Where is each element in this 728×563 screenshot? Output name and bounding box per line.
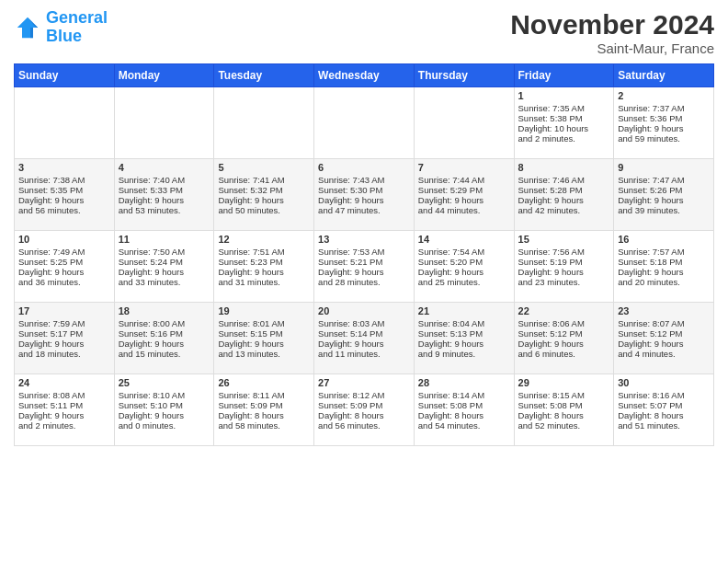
day-info-line: Daylight: 9 hours: [18, 339, 110, 349]
day-info-line: and 25 minutes.: [418, 277, 510, 287]
day-cell-3-2: 19Sunrise: 8:01 AMSunset: 5:15 PMDayligh…: [214, 303, 314, 374]
day-cell-4-5: 29Sunrise: 8:15 AMSunset: 5:08 PMDayligh…: [514, 374, 614, 446]
day-number: 23: [618, 305, 710, 316]
day-cell-1-0: 3Sunrise: 7:38 AMSunset: 5:35 PMDaylight…: [15, 159, 115, 231]
day-info-line: and 15 minutes.: [119, 349, 210, 359]
day-cell-4-4: 28Sunrise: 8:14 AMSunset: 5:08 PMDayligh…: [414, 374, 514, 446]
day-number: 30: [618, 377, 710, 388]
day-number: 18: [119, 305, 210, 316]
day-info-line: Sunrise: 8:11 AM: [218, 390, 310, 400]
day-info-line: Sunrise: 7:47 AM: [618, 175, 710, 185]
day-cell-3-1: 18Sunrise: 8:00 AMSunset: 5:16 PMDayligh…: [114, 303, 214, 374]
day-info-line: Daylight: 9 hours: [318, 267, 410, 277]
day-info-line: and 11 minutes.: [318, 349, 410, 359]
day-info-line: Sunrise: 8:03 AM: [318, 318, 410, 328]
day-info-line: Sunrise: 7:43 AM: [318, 175, 410, 185]
day-info-line: Sunrise: 7:37 AM: [618, 103, 710, 113]
day-info-line: Daylight: 9 hours: [119, 410, 210, 420]
day-info-line: Daylight: 9 hours: [18, 410, 110, 420]
day-info-line: Daylight: 9 hours: [618, 267, 710, 277]
logo-icon: [14, 14, 41, 41]
day-number: 20: [318, 305, 410, 316]
page: General Blue November 2024 Saint-Maur, F…: [0, 0, 728, 455]
day-info-line: Sunrise: 7:38 AM: [18, 175, 110, 185]
day-cell-0-4: [414, 87, 514, 159]
day-info-line: Sunrise: 7:40 AM: [119, 175, 210, 185]
day-info-line: and 4 minutes.: [618, 349, 710, 359]
day-cell-3-6: 23Sunrise: 8:07 AMSunset: 5:12 PMDayligh…: [614, 303, 714, 374]
day-info-line: Sunrise: 8:06 AM: [518, 318, 610, 328]
day-info-line: Daylight: 8 hours: [418, 410, 510, 420]
day-info-line: Daylight: 9 hours: [119, 195, 210, 205]
title-block: November 2024 Saint-Maur, France: [510, 9, 714, 56]
day-cell-4-0: 24Sunrise: 8:08 AMSunset: 5:11 PMDayligh…: [15, 374, 115, 446]
day-info-line: Sunset: 5:10 PM: [119, 400, 210, 410]
day-info-line: Daylight: 9 hours: [518, 339, 610, 349]
day-number: 11: [119, 234, 210, 245]
day-info-line: and 58 minutes.: [218, 420, 310, 431]
day-number: 27: [318, 377, 410, 388]
day-number: 9: [618, 162, 710, 173]
day-cell-0-3: [314, 87, 415, 159]
day-info-line: and 42 minutes.: [518, 205, 610, 215]
calendar-body: 1Sunrise: 7:35 AMSunset: 5:38 PMDaylight…: [15, 87, 714, 446]
day-number: 5: [218, 162, 310, 173]
day-info-line: and 2 minutes.: [18, 420, 110, 431]
day-info-line: and 47 minutes.: [318, 205, 410, 215]
day-cell-0-6: 2Sunrise: 7:37 AMSunset: 5:36 PMDaylight…: [614, 87, 714, 159]
day-cell-0-0: [15, 87, 115, 159]
col-saturday: Saturday: [614, 64, 714, 87]
day-cell-2-3: 13Sunrise: 7:53 AMSunset: 5:21 PMDayligh…: [314, 231, 415, 303]
day-info-line: and 6 minutes.: [518, 349, 610, 359]
day-info-line: and 13 minutes.: [218, 349, 310, 359]
day-info-line: Sunrise: 7:35 AM: [518, 103, 610, 113]
day-info-line: and 36 minutes.: [18, 277, 110, 287]
day-info-line: Sunrise: 8:15 AM: [518, 390, 610, 400]
day-info-line: and 52 minutes.: [518, 420, 610, 431]
logo-text: General Blue: [46, 9, 108, 46]
day-info-line: Daylight: 9 hours: [418, 267, 510, 277]
day-number: 13: [318, 234, 410, 245]
col-tuesday: Tuesday: [214, 64, 314, 87]
week-row-0: 1Sunrise: 7:35 AMSunset: 5:38 PMDaylight…: [15, 87, 714, 159]
day-cell-1-3: 6Sunrise: 7:43 AMSunset: 5:30 PMDaylight…: [314, 159, 415, 231]
day-info-line: Sunset: 5:32 PM: [218, 185, 310, 195]
day-number: 22: [518, 305, 610, 316]
day-info-line: Daylight: 9 hours: [618, 123, 710, 133]
day-info-line: and 18 minutes.: [18, 349, 110, 359]
day-info-line: and 53 minutes.: [119, 205, 210, 215]
day-info-line: Sunset: 5:36 PM: [618, 113, 710, 123]
day-info-line: and 9 minutes.: [418, 349, 510, 359]
day-info-line: Sunset: 5:08 PM: [518, 400, 610, 410]
day-info-line: Sunset: 5:12 PM: [618, 328, 710, 339]
day-info-line: Sunset: 5:12 PM: [518, 328, 610, 339]
day-info-line: Daylight: 8 hours: [618, 410, 710, 420]
col-thursday: Thursday: [414, 64, 514, 87]
col-wednesday: Wednesday: [314, 64, 415, 87]
day-cell-0-2: [214, 87, 314, 159]
week-row-1: 3Sunrise: 7:38 AMSunset: 5:35 PMDaylight…: [15, 159, 714, 231]
day-info-line: Sunset: 5:33 PM: [119, 185, 210, 195]
day-info-line: Sunrise: 7:49 AM: [18, 247, 110, 257]
logo: General Blue: [14, 9, 108, 46]
day-info-line: and 31 minutes.: [218, 277, 310, 287]
day-cell-0-5: 1Sunrise: 7:35 AMSunset: 5:38 PMDaylight…: [514, 87, 614, 159]
day-info-line: Daylight: 9 hours: [418, 195, 510, 205]
day-info-line: and 33 minutes.: [119, 277, 210, 287]
day-info-line: Sunset: 5:29 PM: [418, 185, 510, 195]
day-info-line: Daylight: 9 hours: [418, 339, 510, 349]
day-cell-2-6: 16Sunrise: 7:57 AMSunset: 5:18 PMDayligh…: [614, 231, 714, 303]
day-cell-4-6: 30Sunrise: 8:16 AMSunset: 5:07 PMDayligh…: [614, 374, 714, 446]
day-number: 14: [418, 234, 510, 245]
day-number: 16: [618, 234, 710, 245]
day-info-line: and 28 minutes.: [318, 277, 410, 287]
col-monday: Monday: [114, 64, 214, 87]
day-cell-1-2: 5Sunrise: 7:41 AMSunset: 5:32 PMDaylight…: [214, 159, 314, 231]
day-info-line: Sunset: 5:28 PM: [518, 185, 610, 195]
day-info-line: Daylight: 9 hours: [119, 267, 210, 277]
col-sunday: Sunday: [15, 64, 115, 87]
day-info-line: and 2 minutes.: [518, 133, 610, 144]
day-info-line: Sunrise: 8:16 AM: [618, 390, 710, 400]
day-info-line: Sunrise: 8:14 AM: [418, 390, 510, 400]
day-cell-2-5: 15Sunrise: 7:56 AMSunset: 5:19 PMDayligh…: [514, 231, 614, 303]
